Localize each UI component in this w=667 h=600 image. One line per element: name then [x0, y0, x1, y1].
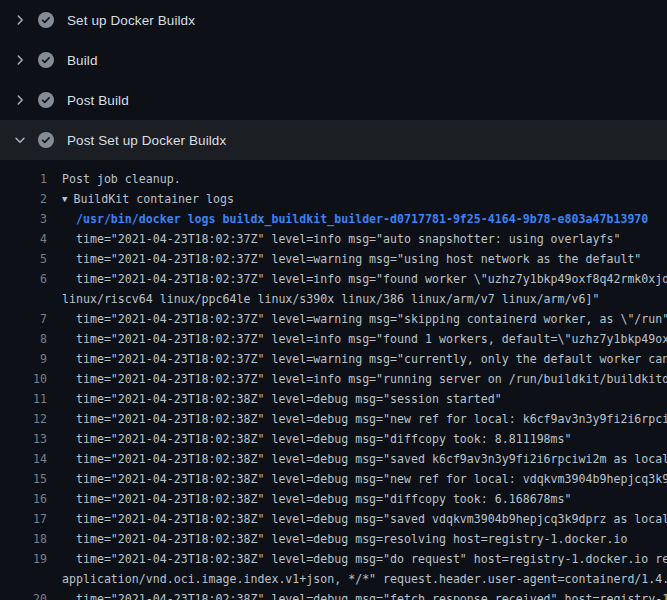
- log-line-text: time="2021-04-23T18:02:38Z" level=debug …: [47, 429, 572, 449]
- log-line-text: linux/riscv64 linux/ppc64le linux/s390x …: [47, 289, 599, 309]
- log-line-number[interactable]: 15: [0, 469, 47, 489]
- chevron-down-icon: [12, 132, 28, 148]
- log-line: 6 time="2021-04-23T18:02:37Z" level=info…: [0, 269, 667, 289]
- log-line: 1 Post job cleanup.: [0, 169, 667, 189]
- log-group-label: BuildKit container logs: [73, 192, 234, 206]
- log-line-number[interactable]: 9: [0, 349, 47, 369]
- log-line: 5 time="2021-04-23T18:02:37Z" level=warn…: [0, 249, 667, 269]
- log-line-text: time="2021-04-23T18:02:38Z" level=debug …: [47, 509, 667, 529]
- log-line: 4 time="2021-04-23T18:02:37Z" level=info…: [0, 229, 667, 249]
- log-line: 3 /usr/bin/docker logs buildx_buildkit_b…: [0, 209, 667, 229]
- log-line-number[interactable]: 16: [0, 489, 47, 509]
- chevron-right-icon: [12, 92, 28, 108]
- log-line-text: time="2021-04-23T18:02:37Z" level=warnin…: [47, 309, 667, 329]
- log-line-number[interactable]: 14: [0, 449, 47, 469]
- log-line: 15 time="2021-04-23T18:02:38Z" level=deb…: [0, 469, 667, 489]
- step-header-row-set-up-docker-buildx[interactable]: Set up Docker Buildx: [0, 0, 667, 40]
- log-line: application/vnd.oci.image.index.v1+json,…: [0, 569, 667, 589]
- log-line-text: Post job cleanup.: [47, 169, 181, 189]
- log-line-text: time="2021-04-23T18:02:37Z" level=info m…: [47, 369, 667, 389]
- log-line-number[interactable]: 19: [0, 549, 47, 569]
- log-line-text: time="2021-04-23T18:02:38Z" level=debug …: [47, 449, 667, 469]
- log-line-text: time="2021-04-23T18:02:38Z" level=debug …: [47, 589, 667, 600]
- check-circle-icon: [38, 132, 54, 148]
- log-line-text: time="2021-04-23T18:02:38Z" level=debug …: [47, 389, 502, 409]
- chevron-right-icon: [12, 52, 28, 68]
- log-line-number[interactable]: 5: [0, 249, 47, 269]
- log-line: linux/riscv64 linux/ppc64le linux/s390x …: [0, 289, 667, 309]
- log-line: 11 time="2021-04-23T18:02:38Z" level=deb…: [0, 389, 667, 409]
- log-line-number: [0, 569, 47, 589]
- log-line-number[interactable]: 20: [0, 589, 47, 600]
- log-line: 13 time="2021-04-23T18:02:38Z" level=deb…: [0, 429, 667, 449]
- step-header-row-build[interactable]: Build: [0, 40, 667, 80]
- log-line-number[interactable]: 10: [0, 369, 47, 389]
- log-line-number[interactable]: 18: [0, 529, 47, 549]
- log-line-text: time="2021-04-23T18:02:38Z" level=debug …: [47, 529, 627, 549]
- log-line: 18 time="2021-04-23T18:02:38Z" level=deb…: [0, 529, 667, 549]
- step-label: Post Set up Docker Buildx: [67, 133, 226, 148]
- log-line-text: time="2021-04-23T18:02:38Z" level=debug …: [47, 489, 572, 509]
- step-header-row-post-build[interactable]: Post Build: [0, 80, 667, 120]
- log-line-number[interactable]: 1: [0, 169, 47, 189]
- log-line-text: time="2021-04-23T18:02:37Z" level=warnin…: [47, 349, 667, 369]
- log-line-number[interactable]: 6: [0, 269, 47, 289]
- step-header-row-post-set-up-docker-buildx[interactable]: Post Set up Docker Buildx: [0, 120, 667, 160]
- log-line-number[interactable]: 4: [0, 229, 47, 249]
- check-circle-icon: [38, 52, 54, 68]
- step-label: Post Build: [67, 93, 129, 108]
- log-line: 20 time="2021-04-23T18:02:38Z" level=deb…: [0, 589, 667, 600]
- log-line-number: [0, 289, 47, 309]
- log-line-text: time="2021-04-23T18:02:37Z" level=info m…: [47, 329, 667, 349]
- chevron-right-icon: [12, 12, 28, 28]
- log-line-text: time="2021-04-23T18:02:37Z" level=info m…: [47, 269, 667, 289]
- log-line: 2 ▼BuildKit container logs: [0, 189, 667, 209]
- log-line: 19 time="2021-04-23T18:02:38Z" level=deb…: [0, 549, 667, 569]
- step-label: Set up Docker Buildx: [67, 13, 195, 28]
- check-circle-icon: [38, 12, 54, 28]
- log-line: 7 time="2021-04-23T18:02:37Z" level=warn…: [0, 309, 667, 329]
- log-line: 17 time="2021-04-23T18:02:38Z" level=deb…: [0, 509, 667, 529]
- log-line: 16 time="2021-04-23T18:02:38Z" level=deb…: [0, 489, 667, 509]
- log-line-number[interactable]: 11: [0, 389, 47, 409]
- workflow-steps-list: Set up Docker Buildx Build Post Build: [0, 0, 667, 160]
- log-line-number[interactable]: 2: [0, 189, 47, 209]
- log-line: 8 time="2021-04-23T18:02:37Z" level=info…: [0, 329, 667, 349]
- log-group-toggle[interactable]: ▼BuildKit container logs: [47, 189, 234, 209]
- log-line-text: time="2021-04-23T18:02:37Z" level=info m…: [47, 229, 620, 249]
- collapse-triangle-icon: ▼: [62, 189, 73, 209]
- log-line-number[interactable]: 8: [0, 329, 47, 349]
- step-label: Build: [67, 53, 98, 68]
- log-line-number[interactable]: 7: [0, 309, 47, 329]
- log-line-number[interactable]: 17: [0, 509, 47, 529]
- log-line-number[interactable]: 12: [0, 409, 47, 429]
- log-line-number[interactable]: 13: [0, 429, 47, 449]
- log-line-text: time="2021-04-23T18:02:38Z" level=debug …: [47, 469, 667, 489]
- check-circle-icon: [38, 92, 54, 108]
- log-line-text: time="2021-04-23T18:02:38Z" level=debug …: [47, 549, 667, 569]
- step-log-viewer: 1 Post job cleanup. 2 ▼BuildKit containe…: [0, 160, 667, 600]
- log-line: 9 time="2021-04-23T18:02:37Z" level=warn…: [0, 349, 667, 369]
- log-line-text: time="2021-04-23T18:02:38Z" level=debug …: [47, 409, 667, 429]
- log-line-number[interactable]: 3: [0, 209, 47, 229]
- log-line: 12 time="2021-04-23T18:02:38Z" level=deb…: [0, 409, 667, 429]
- log-line: 14 time="2021-04-23T18:02:38Z" level=deb…: [0, 449, 667, 469]
- log-line-text: application/vnd.oci.image.index.v1+json,…: [47, 569, 667, 589]
- log-line: 10 time="2021-04-23T18:02:37Z" level=inf…: [0, 369, 667, 389]
- log-line-text: time="2021-04-23T18:02:37Z" level=warnin…: [47, 249, 641, 269]
- log-command-text: /usr/bin/docker logs buildx_buildkit_bui…: [47, 209, 648, 229]
